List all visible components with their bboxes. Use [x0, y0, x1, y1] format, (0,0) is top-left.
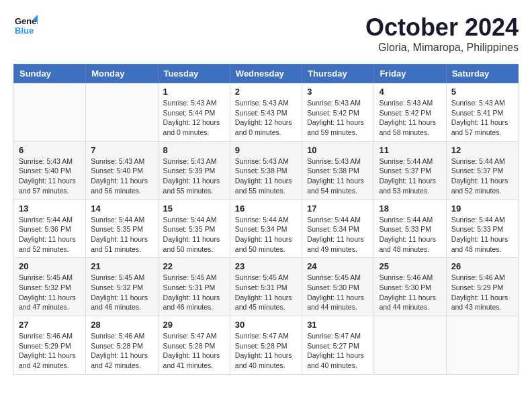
table-cell: 21Sunrise: 5:45 AM Sunset: 5:32 PM Dayli…: [86, 258, 158, 316]
day-info: Sunrise: 5:45 AM Sunset: 5:32 PM Dayligh…: [19, 273, 81, 312]
svg-text:General: General: [15, 16, 38, 26]
day-info: Sunrise: 5:43 AM Sunset: 5:40 PM Dayligh…: [19, 156, 81, 196]
day-info: Sunrise: 5:43 AM Sunset: 5:40 PM Dayligh…: [91, 156, 152, 196]
table-cell: 24Sunrise: 5:45 AM Sunset: 5:30 PM Dayli…: [302, 258, 374, 316]
day-number: 8: [163, 145, 225, 155]
day-number: 12: [451, 145, 513, 155]
day-number: 30: [235, 320, 297, 330]
calendar-week-3: 13Sunrise: 5:44 AM Sunset: 5:36 PM Dayli…: [14, 199, 519, 258]
day-info: Sunrise: 5:43 AM Sunset: 5:39 PM Dayligh…: [163, 156, 225, 196]
table-cell: 6Sunrise: 5:43 AM Sunset: 5:40 PM Daylig…: [14, 141, 86, 199]
col-friday: Friday: [374, 64, 446, 83]
table-cell: [374, 316, 446, 375]
table-cell: 5Sunrise: 5:43 AM Sunset: 5:41 PM Daylig…: [446, 83, 518, 142]
table-cell: 2Sunrise: 5:43 AM Sunset: 5:43 PM Daylig…: [230, 83, 302, 142]
day-info: Sunrise: 5:43 AM Sunset: 5:42 PM Dayligh…: [379, 98, 441, 138]
col-saturday: Saturday: [446, 64, 518, 83]
table-cell: 7Sunrise: 5:43 AM Sunset: 5:40 PM Daylig…: [86, 141, 158, 199]
table-cell: [446, 316, 518, 375]
day-info: Sunrise: 5:47 AM Sunset: 5:27 PM Dayligh…: [307, 331, 369, 371]
day-number: 20: [19, 261, 81, 271]
day-info: Sunrise: 5:44 AM Sunset: 5:37 PM Dayligh…: [379, 156, 441, 196]
calendar-week-5: 27Sunrise: 5:46 AM Sunset: 5:29 PM Dayli…: [14, 316, 519, 375]
table-cell: 20Sunrise: 5:45 AM Sunset: 5:32 PM Dayli…: [14, 258, 86, 316]
table-cell: 12Sunrise: 5:44 AM Sunset: 5:37 PM Dayli…: [446, 141, 518, 199]
table-cell: 11Sunrise: 5:44 AM Sunset: 5:37 PM Dayli…: [374, 141, 446, 199]
day-number: 25: [379, 261, 441, 271]
table-cell: 25Sunrise: 5:46 AM Sunset: 5:30 PM Dayli…: [374, 258, 446, 316]
day-number: 5: [451, 87, 513, 97]
month-title: October 2024: [365, 13, 519, 42]
day-number: 19: [451, 203, 513, 214]
calendar-week-1: 1Sunrise: 5:43 AM Sunset: 5:44 PM Daylig…: [14, 83, 519, 142]
table-cell: 4Sunrise: 5:43 AM Sunset: 5:42 PM Daylig…: [374, 83, 446, 142]
day-info: Sunrise: 5:44 AM Sunset: 5:33 PM Dayligh…: [379, 215, 441, 255]
day-info: Sunrise: 5:43 AM Sunset: 5:42 PM Dayligh…: [307, 98, 369, 138]
logo: General Blue: [13, 13, 38, 38]
day-info: Sunrise: 5:47 AM Sunset: 5:28 PM Dayligh…: [235, 331, 297, 371]
table-cell: 28Sunrise: 5:46 AM Sunset: 5:28 PM Dayli…: [86, 316, 158, 375]
day-number: 23: [235, 261, 297, 271]
day-info: Sunrise: 5:46 AM Sunset: 5:29 PM Dayligh…: [19, 331, 81, 371]
col-monday: Monday: [86, 64, 158, 83]
day-number: 18: [379, 203, 441, 214]
table-cell: [14, 83, 86, 142]
day-number: 15: [163, 203, 225, 214]
calendar-week-4: 20Sunrise: 5:45 AM Sunset: 5:32 PM Dayli…: [14, 258, 519, 316]
day-number: 13: [19, 203, 81, 214]
day-number: 16: [235, 203, 297, 214]
day-info: Sunrise: 5:43 AM Sunset: 5:41 PM Dayligh…: [451, 98, 513, 138]
table-cell: 15Sunrise: 5:44 AM Sunset: 5:35 PM Dayli…: [158, 199, 230, 258]
table-cell: 1Sunrise: 5:43 AM Sunset: 5:44 PM Daylig…: [158, 83, 230, 142]
logo-icon: General Blue: [13, 13, 38, 38]
table-cell: 26Sunrise: 5:46 AM Sunset: 5:29 PM Dayli…: [446, 258, 518, 316]
day-info: Sunrise: 5:44 AM Sunset: 5:37 PM Dayligh…: [451, 156, 513, 196]
table-cell: 30Sunrise: 5:47 AM Sunset: 5:28 PM Dayli…: [230, 316, 302, 375]
day-number: 1: [163, 87, 225, 97]
table-cell: 17Sunrise: 5:44 AM Sunset: 5:34 PM Dayli…: [302, 199, 374, 258]
day-number: 24: [307, 261, 369, 271]
day-info: Sunrise: 5:43 AM Sunset: 5:38 PM Dayligh…: [235, 156, 297, 196]
col-wednesday: Wednesday: [230, 64, 302, 83]
day-number: 14: [91, 203, 152, 214]
svg-text:Blue: Blue: [15, 26, 34, 36]
day-number: 6: [19, 145, 81, 155]
day-info: Sunrise: 5:44 AM Sunset: 5:34 PM Dayligh…: [235, 215, 297, 255]
table-cell: 19Sunrise: 5:44 AM Sunset: 5:33 PM Dayli…: [446, 199, 518, 258]
table-cell: 29Sunrise: 5:47 AM Sunset: 5:28 PM Dayli…: [158, 316, 230, 375]
day-info: Sunrise: 5:47 AM Sunset: 5:28 PM Dayligh…: [163, 331, 225, 371]
day-number: 29: [163, 320, 225, 330]
table-cell: 31Sunrise: 5:47 AM Sunset: 5:27 PM Dayli…: [302, 316, 374, 375]
day-number: 4: [379, 87, 441, 97]
day-number: 2: [235, 87, 297, 97]
table-cell: 16Sunrise: 5:44 AM Sunset: 5:34 PM Dayli…: [230, 199, 302, 258]
day-number: 9: [235, 145, 297, 155]
table-cell: 8Sunrise: 5:43 AM Sunset: 5:39 PM Daylig…: [158, 141, 230, 199]
day-info: Sunrise: 5:43 AM Sunset: 5:38 PM Dayligh…: [307, 156, 369, 196]
table-cell: 10Sunrise: 5:43 AM Sunset: 5:38 PM Dayli…: [302, 141, 374, 199]
day-info: Sunrise: 5:45 AM Sunset: 5:31 PM Dayligh…: [235, 273, 297, 312]
day-number: 22: [163, 261, 225, 271]
day-info: Sunrise: 5:45 AM Sunset: 5:30 PM Dayligh…: [307, 273, 369, 312]
table-cell: 18Sunrise: 5:44 AM Sunset: 5:33 PM Dayli…: [374, 199, 446, 258]
day-number: 3: [307, 87, 369, 97]
day-info: Sunrise: 5:43 AM Sunset: 5:43 PM Dayligh…: [235, 98, 297, 138]
day-info: Sunrise: 5:45 AM Sunset: 5:32 PM Dayligh…: [91, 273, 152, 312]
day-info: Sunrise: 5:44 AM Sunset: 5:33 PM Dayligh…: [451, 215, 513, 255]
calendar-table: Sunday Monday Tuesday Wednesday Thursday…: [13, 64, 519, 375]
day-info: Sunrise: 5:46 AM Sunset: 5:30 PM Dayligh…: [379, 273, 441, 312]
table-cell: 22Sunrise: 5:45 AM Sunset: 5:31 PM Dayli…: [158, 258, 230, 316]
table-cell: 9Sunrise: 5:43 AM Sunset: 5:38 PM Daylig…: [230, 141, 302, 199]
day-info: Sunrise: 5:43 AM Sunset: 5:44 PM Dayligh…: [163, 98, 225, 138]
table-cell: 14Sunrise: 5:44 AM Sunset: 5:35 PM Dayli…: [86, 199, 158, 258]
day-info: Sunrise: 5:44 AM Sunset: 5:34 PM Dayligh…: [307, 215, 369, 255]
day-number: 17: [307, 203, 369, 214]
table-cell: 13Sunrise: 5:44 AM Sunset: 5:36 PM Dayli…: [14, 199, 86, 258]
day-number: 26: [451, 261, 513, 271]
table-cell: [86, 83, 158, 142]
col-tuesday: Tuesday: [158, 64, 230, 83]
day-number: 7: [91, 145, 152, 155]
day-number: 31: [307, 320, 369, 330]
day-info: Sunrise: 5:45 AM Sunset: 5:31 PM Dayligh…: [163, 273, 225, 312]
day-number: 28: [91, 320, 152, 330]
